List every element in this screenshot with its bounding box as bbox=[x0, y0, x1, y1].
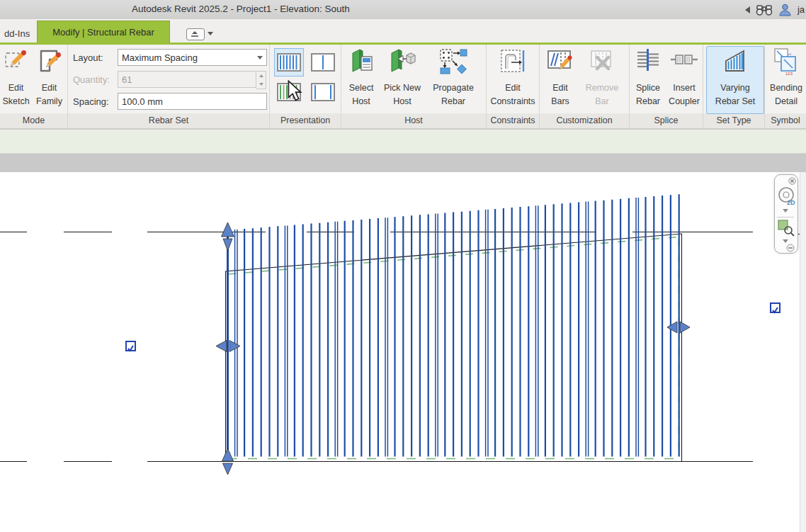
presentation-show-all-button[interactable] bbox=[274, 48, 304, 77]
show-all-bars-icon bbox=[277, 53, 301, 72]
tab-addins-partial[interactable]: dd-Ins bbox=[0, 25, 34, 43]
collapse-left-icon[interactable] bbox=[745, 6, 750, 13]
minimize-icon[interactable] bbox=[786, 244, 795, 252]
edit-sketch-icon bbox=[4, 47, 29, 77]
panel-label-symbol: Symbol bbox=[765, 115, 806, 127]
panel-label-splice: Splice bbox=[630, 115, 703, 127]
pick-new-host-button[interactable]: Pick New Host bbox=[381, 47, 424, 112]
edit-bars-icon bbox=[547, 47, 574, 77]
navbar-divider bbox=[777, 217, 794, 217]
layout-dropdown[interactable]: Maximum Spacing bbox=[118, 49, 267, 66]
select-host-icon bbox=[348, 47, 375, 77]
drawing-area[interactable] bbox=[0, 172, 806, 532]
insert-coupler-icon bbox=[670, 47, 698, 77]
spinner-down-icon bbox=[259, 83, 263, 86]
presentation-first-last-button[interactable] bbox=[308, 78, 338, 106]
constraint-checkbox-right[interactable] bbox=[770, 302, 781, 313]
wheel-dropdown-icon[interactable] bbox=[783, 209, 788, 213]
constraint-checkbox-left[interactable] bbox=[125, 341, 136, 351]
edit-bars-button[interactable]: Edit Bars bbox=[543, 47, 578, 112]
search-binoculars-icon[interactable] bbox=[756, 4, 773, 16]
spacing-label: Spacing: bbox=[73, 96, 109, 107]
zoom-region-icon[interactable] bbox=[778, 220, 796, 238]
panel-label-constraints: Constraints bbox=[487, 115, 539, 127]
layout-label: Layout: bbox=[73, 52, 103, 63]
spacing-input[interactable] bbox=[118, 93, 267, 110]
quantity-stepper bbox=[256, 71, 266, 89]
steering-wheel-2d-icon[interactable]: 2D bbox=[778, 186, 796, 206]
edit-family-button[interactable]: Edit Family bbox=[33, 47, 66, 112]
zoom-dropdown-icon[interactable] bbox=[783, 239, 788, 243]
user-avatar-icon[interactable] bbox=[778, 3, 792, 16]
view-separator-strip bbox=[0, 154, 806, 172]
close-icon[interactable] bbox=[788, 177, 796, 185]
edit-sketch-button[interactable]: Edit Sketch bbox=[0, 47, 32, 112]
insert-coupler-button[interactable]: Insert Coupler bbox=[666, 47, 703, 112]
pick-new-host-icon bbox=[388, 47, 416, 77]
tab-modify-structural-rebar[interactable]: Modify | Structural Rebar bbox=[37, 21, 170, 43]
panel-label-customization: Customization bbox=[540, 115, 629, 127]
bending-detail-icon: 123 123 bbox=[772, 47, 800, 79]
propagate-rebar-button[interactable]: Propagate Rebar bbox=[425, 47, 482, 112]
select-host-button[interactable]: Select Host bbox=[343, 47, 380, 112]
ribbon-collapse-dropdown-icon[interactable] bbox=[208, 32, 213, 35]
splice-rebar-button[interactable]: Splice Rebar bbox=[631, 47, 665, 112]
ribbon-collapse-button[interactable] bbox=[186, 28, 205, 40]
svg-text:123: 123 bbox=[785, 72, 793, 76]
quantity-input bbox=[118, 71, 256, 88]
spinner-up-icon bbox=[259, 74, 263, 77]
remove-bar-icon bbox=[589, 47, 615, 77]
svg-text:2D: 2D bbox=[787, 199, 795, 206]
panel-label-presentation: Presentation bbox=[270, 115, 341, 127]
propagate-rebar-icon bbox=[439, 47, 467, 77]
vertical-scrollbar[interactable] bbox=[800, 172, 806, 532]
mouse-cursor bbox=[287, 80, 302, 101]
options-bar bbox=[0, 130, 806, 154]
presentation-show-middle-button[interactable] bbox=[308, 48, 338, 77]
edit-family-icon bbox=[36, 47, 63, 77]
varying-rebar-set-button[interactable]: Varying Rebar Set bbox=[706, 46, 764, 114]
panel-label-mode: Mode bbox=[0, 115, 67, 127]
remove-bar-button-disabled: Remove Bar bbox=[579, 47, 625, 112]
splice-rebar-icon bbox=[635, 47, 661, 77]
bending-detail-button[interactable]: 123 123 Bending Detail bbox=[768, 47, 805, 112]
panel-label-rebar-set: Rebar Set bbox=[68, 115, 269, 127]
user-name[interactable]: ja bbox=[798, 4, 805, 15]
panel-label-host: Host bbox=[341, 115, 486, 127]
window-title: Autodesk Revit 2025.2 - Project1 - Eleva… bbox=[132, 4, 350, 14]
navigation-bar: 2D bbox=[774, 174, 798, 254]
quantity-label: Quantity: bbox=[73, 74, 110, 85]
show-middle-bar-icon bbox=[311, 53, 335, 72]
ribbon-tab-bar: dd-Ins Modify | Structural Rebar bbox=[0, 19, 806, 43]
varying-rebar-set-icon bbox=[722, 47, 749, 77]
edit-constraints-icon bbox=[499, 47, 527, 79]
panel-label-set-type: Set Type bbox=[703, 115, 764, 127]
edit-constraints-button[interactable]: Edit Constraints bbox=[488, 47, 538, 112]
title-bar: Autodesk Revit 2025.2 - Project1 - Eleva… bbox=[0, 0, 806, 20]
show-first-last-icon bbox=[311, 83, 335, 101]
chevron-down-icon bbox=[257, 56, 263, 60]
